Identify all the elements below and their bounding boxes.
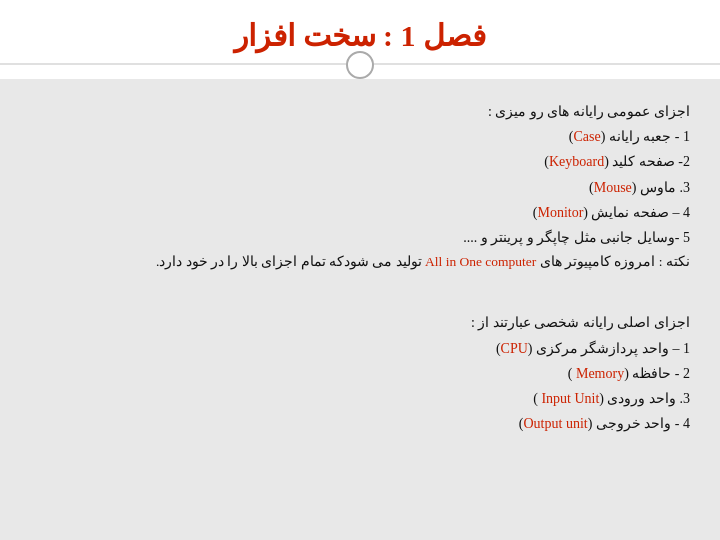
section1-item-5: 5 -وسایل جانبی مثل چاپگر و پرینتر و .... [30, 225, 690, 250]
content-area: اجزای عمومی رایانه های رو میزی : 1 - جعب… [0, 79, 720, 540]
section1-item-4: 4 – صفحه نمایش (Monitor) [30, 200, 690, 225]
section1-item-1: 1 - جعبه رایانه (Case) [30, 124, 690, 149]
divider-circle [346, 51, 374, 79]
section1: اجزای عمومی رایانه های رو میزی : 1 - جعب… [30, 99, 690, 274]
section1-heading: اجزای عمومی رایانه های رو میزی : [30, 99, 690, 124]
section2-item-1: 1 – واحد پردازشگر مرکزی (CPU) [30, 336, 690, 361]
section2-item-3: 3. واحد ورودی (Input Unit ) [30, 386, 690, 411]
section1-item-2: 2- صفحه کلید (Keyboard) [30, 149, 690, 174]
section2: اجزای اصلی رایانه شخصی عبارتند از : 1 – … [30, 310, 690, 436]
section2-item-4: 4 - واحد خروجی (Output unit) [30, 411, 690, 436]
section1-note: نکته : امروزه کامپیوتر های All in One co… [30, 250, 690, 274]
section2-heading: اجزای اصلی رایانه شخصی عبارتند از : [30, 310, 690, 335]
section1-item-3: 3. ماوس (Mouse) [30, 175, 690, 200]
page-title: فصل 1 : سخت افزار [20, 18, 700, 53]
section2-item-2: 2 - حافظه (Memory ) [30, 361, 690, 386]
slide: فصل 1 : سخت افزار اجزای عمومی رایانه های… [0, 0, 720, 540]
separator [30, 292, 690, 300]
